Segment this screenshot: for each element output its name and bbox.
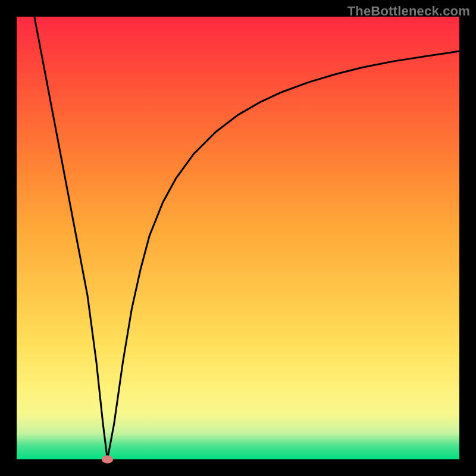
min-marker (102, 455, 113, 464)
chart-frame: TheBottleneck.com (0, 0, 476, 476)
plot-area (17, 17, 459, 459)
bottleneck-curve (35, 17, 459, 459)
chart-svg (17, 17, 459, 459)
watermark-text: TheBottleneck.com (347, 4, 470, 19)
